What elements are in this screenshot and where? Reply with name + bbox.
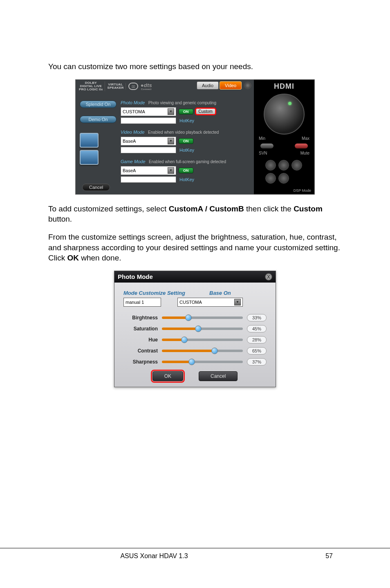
cancel-button[interactable]: Cancel <box>82 184 110 191</box>
tab-bar: Audio Video <box>197 81 251 90</box>
slider-track[interactable] <box>162 316 243 319</box>
chevron-down-icon[interactable]: ▼ <box>168 108 174 115</box>
video-preset-dropdown[interactable]: BaseA ▼ <box>121 137 176 146</box>
dialog-title: Photo Mode <box>118 273 153 280</box>
ok-button[interactable]: OK <box>152 371 183 381</box>
tab-audio[interactable]: Audio <box>197 81 219 90</box>
game-mode-desc: Enabled when full-screen gaming detected <box>149 159 226 164</box>
dsp-mode-icon[interactable] <box>265 160 276 171</box>
slider-row: Contrast65% <box>123 347 267 355</box>
slider-track[interactable] <box>162 328 243 330</box>
slider-value: 28% <box>247 336 267 343</box>
video-mode-desc: Enabled when video playback detected <box>148 130 219 135</box>
mute-toggle[interactable] <box>295 144 308 148</box>
dolby-sub2: PRO LOGIC IIx <box>79 88 103 91</box>
base-on-dropdown[interactable]: CUSTOMA ▼ <box>177 298 243 307</box>
video-mode-title: Video Mode <box>121 130 145 135</box>
dialog-titlebar: Photo Mode X <box>114 271 276 283</box>
slider-value: 37% <box>247 358 267 366</box>
virtual-label2: SPEAKER <box>108 86 124 90</box>
svn-label: SVN <box>259 151 267 155</box>
dsp-mode-icon[interactable] <box>278 160 289 171</box>
photo-thumb-icon[interactable] <box>80 133 99 148</box>
photo-mode-desc: Photo viewing and generic computing <box>148 101 216 105</box>
dsp-mode-icon[interactable] <box>278 173 289 184</box>
dialog-cancel-button[interactable]: Cancel <box>199 371 238 381</box>
slider-track[interactable] <box>162 361 243 363</box>
dsp-mode-icon[interactable] <box>265 173 276 184</box>
tab-video[interactable]: Video <box>220 81 242 90</box>
game-hotkey-label: HotKey <box>179 177 194 182</box>
mute-label: Mute <box>300 151 309 155</box>
splendid-toggle[interactable]: Splendid On <box>80 101 117 108</box>
slider-value: 33% <box>247 314 267 321</box>
photo-hotkey-label: HotKey <box>179 118 194 123</box>
slider-track[interactable] <box>162 350 243 352</box>
slider-thumb[interactable] <box>181 337 188 343</box>
photo-hotkey-input[interactable] <box>121 117 176 124</box>
slider-label: Contrast <box>123 348 158 354</box>
app-window: DOLBY DIGITAL LIVE PRO LOGIC IIx VIRTUAL… <box>75 79 315 195</box>
slider-row: Birghtness33% <box>123 314 267 321</box>
footer-product: ASUS Xonar HDAV 1.3 <box>0 552 308 560</box>
dts-label: ●dts <box>141 83 152 88</box>
slider-row: Hue28% <box>123 336 267 343</box>
slider-thumb[interactable] <box>188 359 195 365</box>
slider-row: Saturation45% <box>123 325 267 332</box>
monitor-thumb-icon[interactable] <box>80 150 99 165</box>
dolby-logo: DOLBY DIGITAL LIVE PRO LOGIC IIx <box>79 81 105 91</box>
base-on-value: CUSTOMA <box>179 300 202 305</box>
slider-thumb[interactable] <box>211 348 218 354</box>
video-preset-value: BaseA <box>123 139 136 144</box>
video-hotkey-input[interactable] <box>121 147 176 153</box>
svn-toggle[interactable] <box>260 144 273 148</box>
demo-toggle[interactable]: Demo On <box>80 116 117 123</box>
photo-preset-value: CUSTOMA <box>123 109 145 114</box>
dsp-icon-grid <box>254 160 314 184</box>
hdmi-logo: HDMI <box>254 82 314 91</box>
paragraph-3: From the customize settings screen, adju… <box>48 232 342 263</box>
chevron-down-icon[interactable]: ▼ <box>168 167 174 174</box>
photo-custom-button[interactable]: Custom <box>196 108 215 114</box>
game-hotkey-input[interactable] <box>121 176 176 183</box>
min-label: Min <box>259 136 265 141</box>
slider-row: Sharpness37% <box>123 358 267 366</box>
toggle-labels: SVN Mute <box>254 151 314 155</box>
left-column: Splendid On Demo On <box>80 100 119 165</box>
chevron-down-icon[interactable]: ▼ <box>168 138 174 144</box>
game-preset-dropdown[interactable]: BaseA ▼ <box>121 166 176 175</box>
close-icon[interactable]: X <box>265 273 272 281</box>
game-on-toggle[interactable]: ON <box>179 168 193 173</box>
modes-panel: Photo Mode Photo viewing and generic com… <box>121 99 251 184</box>
dsp-mode-icon[interactable] <box>291 160 302 171</box>
mode-customize-heading: Mode Customize Setting <box>123 290 189 296</box>
footer-page-number: 57 <box>308 552 333 560</box>
chevron-down-icon[interactable]: ▼ <box>234 299 241 305</box>
slider-thumb[interactable] <box>195 325 202 332</box>
max-label: Max <box>302 136 309 141</box>
photo-mode-title: Photo Mode <box>121 100 145 105</box>
dsp-mode-label: DSP Mode <box>294 189 311 193</box>
video-on-toggle[interactable]: ON <box>179 138 193 144</box>
app-main-panel: DOLBY DIGITAL LIVE PRO LOGIC IIx VIRTUAL… <box>76 80 254 194</box>
photo-on-toggle[interactable]: ON <box>179 109 193 114</box>
intro-text: You can customize two more settings base… <box>48 61 342 72</box>
virtual-speaker-logo: VIRTUAL SPEAKER <box>108 83 126 90</box>
slider-track[interactable] <box>162 339 243 341</box>
photo-preset-dropdown[interactable]: CUSTOMA ▼ <box>121 107 176 116</box>
video-mode-section: Video Mode Enabled when video playback d… <box>121 128 251 153</box>
slider-label: Hue <box>123 337 158 343</box>
volume-knob[interactable] <box>264 94 305 135</box>
volume-range-labels: Min Max <box>254 136 314 141</box>
video-hotkey-label: HotKey <box>179 148 194 153</box>
slider-thumb[interactable] <box>185 314 192 321</box>
customize-dialog: Photo Mode X Mode Customize Setting Base… <box>114 271 276 387</box>
dolby-box-icon: ▯▯ <box>128 83 138 90</box>
slider-value: 65% <box>247 347 267 355</box>
sliders-group: Birghtness33%Saturation45%Hue28%Contrast… <box>123 314 267 366</box>
dts-logo: ●dts Connect <box>141 83 152 90</box>
game-preset-value: BaseA <box>123 168 136 173</box>
setting-name-input[interactable] <box>123 298 161 307</box>
tab-more-icon[interactable] <box>244 82 251 89</box>
photo-mode-section: Photo Mode Photo viewing and generic com… <box>121 99 251 124</box>
